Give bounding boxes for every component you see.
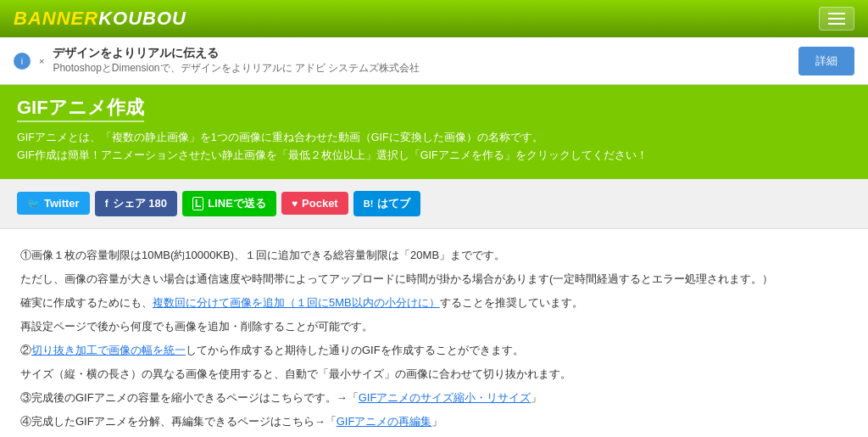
twitter-icon: 🐦: [27, 198, 40, 210]
reedit-link[interactable]: GIFアニメの再編集: [337, 415, 432, 428]
page-desc-line1: GIFアニメとは、「複数の静止画像」を1つの画像に重ね合わせた動画（GIFに変換…: [17, 132, 543, 143]
page-desc-line2: GIF作成は簡単！アニメーションさせたい静止画像を「最低２枚位以上」選択し「GI…: [17, 149, 648, 161]
hamburger-line-2: [828, 18, 845, 20]
page-title[interactable]: GIFアニメ作成: [17, 95, 144, 122]
hamburger-line-1: [828, 13, 845, 14]
facebook-share-button[interactable]: f シェア 180: [95, 191, 177, 216]
info-line-2: ただし、画像の容量が大きい場合は通信速度や時間帯によってアップロードに時間が掛か…: [20, 270, 848, 289]
header: BANNERKOUBOU: [0, 0, 868, 37]
resize-link[interactable]: GIFアニメのサイズ縮小・リサイズ: [359, 391, 531, 404]
hatena-share-button[interactable]: B! はてブ: [353, 191, 421, 216]
info-line-7: ③完成後のGIFアニメの容量を縮小できるページはこちらです。→「GIFアニメのサ…: [20, 389, 848, 407]
crop-link[interactable]: 切り抜き加工で画像の幅を統一: [31, 344, 186, 356]
logo: BANNERKOUBOU: [14, 8, 186, 30]
logo-banner-text: BANNER: [14, 8, 98, 29]
hatena-label: はてブ: [377, 196, 410, 211]
info-line-6: サイズ（縦・横の長さ）の異なる画像を使用すると、自動で「最小サイズ」の画像に合わ…: [20, 365, 848, 384]
line-share-button[interactable]: L LINEで送る: [182, 191, 276, 216]
info-line-8: ④完成したGIFアニメを分解、再編集できるページはこちら→「GIFアニメの再編集…: [20, 412, 848, 431]
ad-content: デザインをよりリアルに伝える PhotoshopとDimensionで、デザイン…: [53, 46, 790, 76]
ad-banner: i × デザインをよりリアルに伝える PhotoshopとDimensionで、…: [0, 37, 868, 85]
pocket-icon: ♥: [292, 198, 298, 210]
facebook-label: シェア 180: [113, 196, 167, 211]
ad-title: デザインをよりリアルに伝える: [53, 46, 790, 61]
pocket-label: Pocket: [302, 197, 338, 210]
hatena-icon: B!: [364, 199, 374, 209]
ad-close-button[interactable]: ×: [39, 56, 44, 66]
logo-koubou-text: KOUBOU: [98, 8, 186, 29]
hamburger-line-3: [828, 23, 845, 25]
page-title-area: GIFアニメ作成 GIFアニメとは、「複数の静止画像」を1つの画像に重ね合わせた…: [0, 85, 868, 179]
info-line-4: 再設定ページで後から何度でも画像を追加・削除することが可能です。: [20, 317, 848, 336]
multi-upload-link[interactable]: 複数回に分けて画像を追加（１回に5MB以内の小分けに）: [153, 296, 440, 309]
page-description: GIFアニメとは、「複数の静止画像」を1つの画像に重ね合わせた動画（GIFに変換…: [17, 129, 851, 165]
info-line-1: ①画像１枚の容量制限は10MB(約10000KB)、１回に追加できる総容量制限は…: [20, 246, 848, 265]
info-line-5: ②切り抜き加工で画像の幅を統一してから作成すると期待した通りのGIFを作成するこ…: [20, 341, 848, 360]
line-icon: L: [192, 197, 203, 210]
line-label: LINEで送る: [208, 196, 266, 211]
main-content: GIFアニメ作成 GIFアニメとは、「複数の静止画像」を1つの画像に重ね合わせた…: [0, 85, 868, 437]
social-share-bar: 🐦 Twitter f シェア 180 L LINEで送る ♥ Pocket B…: [0, 179, 868, 229]
info-line-3: 確実に作成するためにも、複数回に分けて画像を追加（１回に5MB以内の小分けに）す…: [20, 294, 848, 312]
twitter-label: Twitter: [44, 197, 80, 210]
pocket-share-button[interactable]: ♥ Pocket: [281, 192, 348, 215]
ad-subtitle: PhotoshopとDimensionで、デザインをよりリアルに アドビ システ…: [53, 61, 790, 76]
ad-info-icon: i: [14, 53, 31, 70]
ad-detail-button[interactable]: 詳細: [798, 47, 854, 76]
facebook-icon: f: [105, 198, 108, 210]
hamburger-button[interactable]: [819, 7, 854, 31]
twitter-share-button[interactable]: 🐦 Twitter: [17, 192, 90, 215]
info-section: ①画像１枚の容量制限は10MB(約10000KB)、１回に追加できる総容量制限は…: [0, 229, 868, 438]
